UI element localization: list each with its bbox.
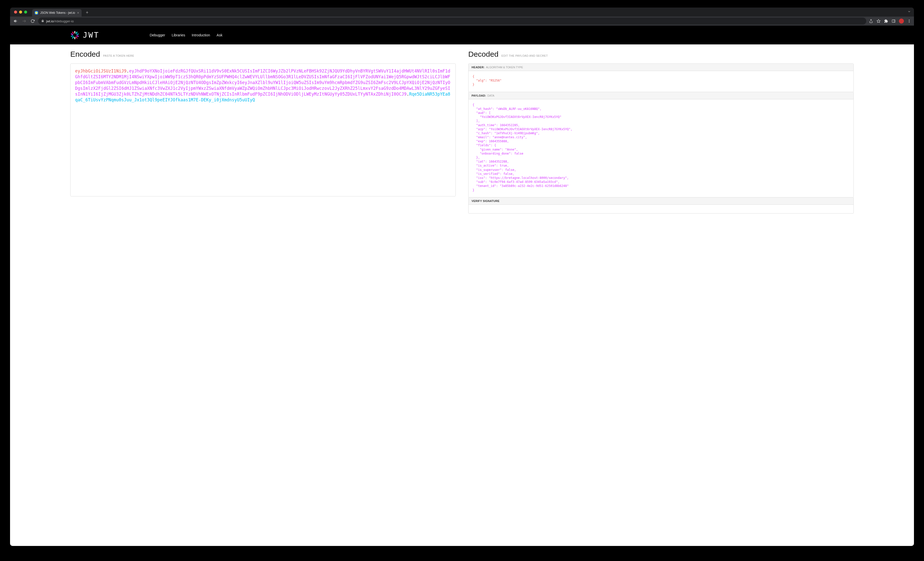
- encoded-dot: .: [126, 69, 129, 73]
- window-controls: [12, 10, 29, 13]
- encoded-title: Encoded: [70, 50, 100, 58]
- browser-tab[interactable]: JSON Web Tokens - jwt.io ×: [32, 9, 82, 16]
- site-header: JWT Debugger Libraries Introduction Ask: [10, 25, 351, 45]
- encoded-subtitle: PASTE A TOKEN HERE: [103, 54, 134, 57]
- tab-favicon: [34, 11, 38, 15]
- nav-debugger[interactable]: Debugger: [150, 33, 165, 37]
- logo-text: JWT: [83, 31, 99, 39]
- new-tab-button[interactable]: +: [84, 9, 90, 16]
- svg-rect-16: [71, 35, 74, 37]
- nav-libraries[interactable]: Libraries: [172, 33, 185, 37]
- site-nav: Debugger Libraries Introduction Ask: [150, 33, 222, 37]
- window-minimize-button[interactable]: [19, 10, 22, 13]
- encoded-header: Encoded PASTE A TOKEN HERE: [70, 50, 351, 58]
- svg-rect-14: [76, 36, 78, 38]
- svg-rect-10: [74, 37, 75, 39]
- address-bar: jwt.io/#debugger-io: [10, 16, 351, 25]
- url-path: /#debugger-io: [54, 19, 74, 23]
- browser-window: JSON Web Tokens - jwt.io × + jwt.io/#deb…: [10, 7, 351, 213]
- encoded-token-input[interactable]: eyJhbGciOiJSUzI1NiJ9.eyJhdF9oYXNoIjoieFd…: [70, 63, 351, 196]
- encoded-column: Encoded PASTE A TOKEN HERE eyJhbGciOiJSU…: [70, 50, 351, 213]
- svg-rect-18: [72, 31, 74, 34]
- tab-title: JSON Web Tokens - jwt.io: [40, 11, 75, 15]
- window-close-button[interactable]: [14, 10, 17, 13]
- svg-rect-13: [76, 35, 79, 37]
- reload-button[interactable]: [30, 18, 36, 24]
- svg-rect-11: [76, 31, 78, 34]
- site-logo[interactable]: JWT: [70, 31, 99, 40]
- url-input[interactable]: jwt.io/#debugger-io: [38, 18, 351, 25]
- content: Encoded PASTE A TOKEN HERE eyJhbGciOiJSU…: [10, 45, 351, 213]
- back-button[interactable]: [12, 18, 19, 24]
- svg-rect-9: [74, 31, 75, 33]
- page: JWT Debugger Libraries Introduction Ask …: [10, 25, 351, 213]
- encoded-header-segment: eyJhbGciOiJSUzI1NiJ9: [75, 69, 126, 73]
- logo-icon: [70, 31, 80, 40]
- svg-rect-12: [76, 33, 79, 35]
- nav-ask[interactable]: Ask: [217, 33, 222, 37]
- svg-rect-17: [71, 33, 74, 35]
- lock-icon: [41, 19, 44, 23]
- browser-tabs: JSON Web Tokens - jwt.io × +: [10, 7, 351, 16]
- tab-close-icon[interactable]: ×: [77, 11, 79, 15]
- url-host: jwt.io: [46, 19, 54, 23]
- nav-introduction[interactable]: Introduction: [192, 33, 210, 37]
- svg-rect-15: [72, 36, 74, 38]
- forward-button[interactable]: [21, 18, 27, 24]
- window-maximize-button[interactable]: [24, 10, 27, 13]
